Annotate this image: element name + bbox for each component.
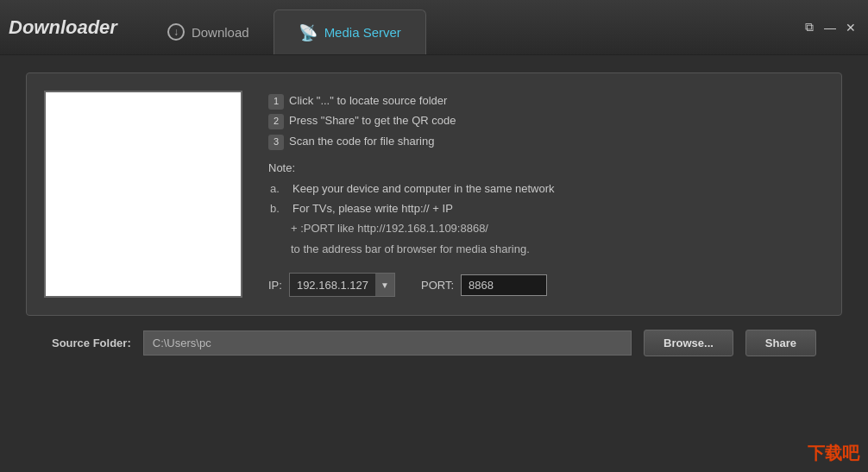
source-folder-label: Source Folder: <box>52 337 131 349</box>
window-controls: ⧉ — ✕ <box>801 19 859 36</box>
step-3-num: 3 <box>268 135 284 150</box>
step-2: 2 Press "Share" to get the QR code <box>268 110 824 130</box>
note-indent-1: + :PORT like http://192.168.1.109:8868/ <box>291 218 824 238</box>
note-a-letter: a. <box>270 179 287 198</box>
note-label: Note: <box>268 158 824 178</box>
note-a: a. Keep your device and computer in the … <box>270 179 824 198</box>
main-content: 1 Click "..." to locate source folder 2 … <box>0 55 868 374</box>
minimize-button[interactable]: — <box>821 19 839 36</box>
step-1: 1 Click "..." to locate source folder <box>268 91 824 110</box>
qr-code-area <box>44 91 242 298</box>
app-title: Downloader <box>9 16 117 39</box>
close-button[interactable]: ✕ <box>842 19 859 36</box>
instructions-list: 1 Click "..." to locate source folder 2 … <box>268 91 824 259</box>
ip-label: IP: <box>268 279 282 292</box>
tab-media-server[interactable]: 📡 Media Server <box>274 9 426 54</box>
tab-download-label: Download <box>192 25 249 40</box>
step-1-num: 1 <box>268 94 284 110</box>
note-b-text: For TVs, please write http:// + IP <box>292 198 453 218</box>
ip-field-group: IP: 192.168.1.127 ▼ <box>268 273 395 297</box>
browse-button[interactable]: Browse... <box>644 330 733 356</box>
note-a-text: Keep your device and computer in the sam… <box>292 179 555 198</box>
tab-media-server-label: Media Server <box>324 25 401 40</box>
instructions-area: 1 Click "..." to locate source folder 2 … <box>268 91 824 297</box>
watermark: 下载吧 <box>808 442 859 465</box>
port-input[interactable] <box>461 274 547 296</box>
source-folder-input[interactable] <box>143 330 632 356</box>
port-label: PORT: <box>421 279 454 292</box>
note-b-letter: b. <box>270 198 287 218</box>
media-server-card: 1 Click "..." to locate source folder 2 … <box>26 72 842 316</box>
download-icon: ↓ <box>167 23 185 41</box>
step-1-text: Click "..." to locate source folder <box>289 91 447 110</box>
step-2-text: Press "Share" to get the QR code <box>289 110 456 130</box>
bottom-bar: Source Folder: Browse... Share <box>26 330 842 356</box>
tabs-area: ↓ Download 📡 Media Server <box>143 0 801 54</box>
restore-button[interactable]: ⧉ <box>801 19 818 36</box>
tab-download[interactable]: ↓ Download <box>143 9 274 54</box>
note-indent-2: to the address bar of browser for media … <box>291 239 824 259</box>
titlebar: Downloader ↓ Download 📡 Media Server ⧉ —… <box>0 0 868 55</box>
ip-dropdown[interactable]: 192.168.1.127 ▼ <box>289 273 395 297</box>
ip-dropdown-arrow[interactable]: ▼ <box>375 274 394 296</box>
wifi-icon: 📡 <box>299 23 318 42</box>
step-2-num: 2 <box>268 114 284 129</box>
share-button[interactable]: Share <box>745 330 816 356</box>
ip-port-row: IP: 192.168.1.127 ▼ PORT: <box>268 273 824 297</box>
note-b: b. For TVs, please write http:// + IP <box>270 198 824 218</box>
ip-value: 192.168.1.127 <box>290 275 375 295</box>
port-field-group: PORT: <box>421 274 547 296</box>
step-3: 3 Scan the code for file sharing <box>268 131 824 151</box>
step-3-text: Scan the code for file sharing <box>289 131 434 151</box>
